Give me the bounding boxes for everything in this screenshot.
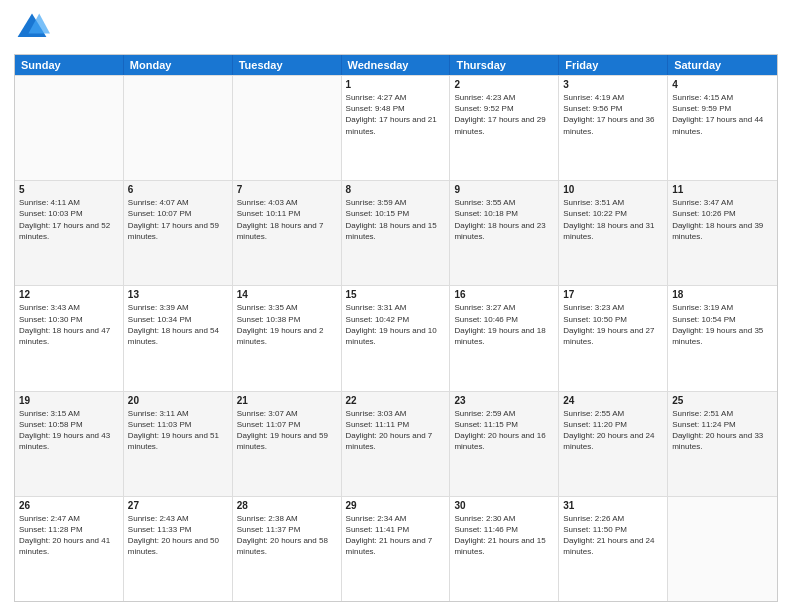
- day-info: Sunrise: 2:51 AM Sunset: 11:24 PM Daylig…: [672, 408, 773, 453]
- day-info: Sunrise: 4:27 AM Sunset: 9:48 PM Dayligh…: [346, 92, 446, 137]
- day-info: Sunrise: 3:51 AM Sunset: 10:22 PM Daylig…: [563, 197, 663, 242]
- logo: [14, 10, 54, 46]
- day-info: Sunrise: 3:03 AM Sunset: 11:11 PM Daylig…: [346, 408, 446, 453]
- header: [14, 10, 778, 46]
- day-info: Sunrise: 2:55 AM Sunset: 11:20 PM Daylig…: [563, 408, 663, 453]
- calendar-cell: 28Sunrise: 2:38 AM Sunset: 11:37 PM Dayl…: [233, 497, 342, 601]
- calendar-cell: 15Sunrise: 3:31 AM Sunset: 10:42 PM Dayl…: [342, 286, 451, 390]
- calendar-cell: 3Sunrise: 4:19 AM Sunset: 9:56 PM Daylig…: [559, 76, 668, 180]
- day-number: 18: [672, 289, 773, 300]
- calendar-header-wednesday: Wednesday: [342, 55, 451, 75]
- day-info: Sunrise: 3:47 AM Sunset: 10:26 PM Daylig…: [672, 197, 773, 242]
- day-info: Sunrise: 2:38 AM Sunset: 11:37 PM Daylig…: [237, 513, 337, 558]
- day-number: 1: [346, 79, 446, 90]
- calendar-cell: [124, 76, 233, 180]
- calendar-cell: 14Sunrise: 3:35 AM Sunset: 10:38 PM Dayl…: [233, 286, 342, 390]
- day-number: 5: [19, 184, 119, 195]
- day-number: 16: [454, 289, 554, 300]
- day-number: 29: [346, 500, 446, 511]
- day-number: 12: [19, 289, 119, 300]
- day-number: 4: [672, 79, 773, 90]
- calendar-week-2: 5Sunrise: 4:11 AM Sunset: 10:03 PM Dayli…: [15, 180, 777, 285]
- calendar-cell: 17Sunrise: 3:23 AM Sunset: 10:50 PM Dayl…: [559, 286, 668, 390]
- calendar-cell: 5Sunrise: 4:11 AM Sunset: 10:03 PM Dayli…: [15, 181, 124, 285]
- day-number: 30: [454, 500, 554, 511]
- day-info: Sunrise: 2:34 AM Sunset: 11:41 PM Daylig…: [346, 513, 446, 558]
- calendar-cell: 1Sunrise: 4:27 AM Sunset: 9:48 PM Daylig…: [342, 76, 451, 180]
- logo-icon: [14, 10, 50, 46]
- day-number: 23: [454, 395, 554, 406]
- day-number: 8: [346, 184, 446, 195]
- calendar-cell: 12Sunrise: 3:43 AM Sunset: 10:30 PM Dayl…: [15, 286, 124, 390]
- calendar-cell: 29Sunrise: 2:34 AM Sunset: 11:41 PM Dayl…: [342, 497, 451, 601]
- calendar-cell: 23Sunrise: 2:59 AM Sunset: 11:15 PM Dayl…: [450, 392, 559, 496]
- day-info: Sunrise: 3:39 AM Sunset: 10:34 PM Daylig…: [128, 302, 228, 347]
- day-info: Sunrise: 4:23 AM Sunset: 9:52 PM Dayligh…: [454, 92, 554, 137]
- calendar-week-5: 26Sunrise: 2:47 AM Sunset: 11:28 PM Dayl…: [15, 496, 777, 601]
- day-info: Sunrise: 3:11 AM Sunset: 11:03 PM Daylig…: [128, 408, 228, 453]
- day-info: Sunrise: 3:43 AM Sunset: 10:30 PM Daylig…: [19, 302, 119, 347]
- day-info: Sunrise: 3:59 AM Sunset: 10:15 PM Daylig…: [346, 197, 446, 242]
- calendar-cell: 18Sunrise: 3:19 AM Sunset: 10:54 PM Dayl…: [668, 286, 777, 390]
- calendar-cell: 7Sunrise: 4:03 AM Sunset: 10:11 PM Dayli…: [233, 181, 342, 285]
- day-info: Sunrise: 3:15 AM Sunset: 10:58 PM Daylig…: [19, 408, 119, 453]
- calendar-cell: [15, 76, 124, 180]
- calendar-cell: 20Sunrise: 3:11 AM Sunset: 11:03 PM Dayl…: [124, 392, 233, 496]
- calendar-header-tuesday: Tuesday: [233, 55, 342, 75]
- calendar-header-thursday: Thursday: [450, 55, 559, 75]
- calendar-cell: 24Sunrise: 2:55 AM Sunset: 11:20 PM Dayl…: [559, 392, 668, 496]
- day-info: Sunrise: 2:26 AM Sunset: 11:50 PM Daylig…: [563, 513, 663, 558]
- day-info: Sunrise: 4:15 AM Sunset: 9:59 PM Dayligh…: [672, 92, 773, 137]
- day-info: Sunrise: 2:47 AM Sunset: 11:28 PM Daylig…: [19, 513, 119, 558]
- calendar-cell: 26Sunrise: 2:47 AM Sunset: 11:28 PM Dayl…: [15, 497, 124, 601]
- calendar-cell: 22Sunrise: 3:03 AM Sunset: 11:11 PM Dayl…: [342, 392, 451, 496]
- day-number: 14: [237, 289, 337, 300]
- calendar-cell: 30Sunrise: 2:30 AM Sunset: 11:46 PM Dayl…: [450, 497, 559, 601]
- calendar-week-3: 12Sunrise: 3:43 AM Sunset: 10:30 PM Dayl…: [15, 285, 777, 390]
- day-number: 9: [454, 184, 554, 195]
- day-info: Sunrise: 4:11 AM Sunset: 10:03 PM Daylig…: [19, 197, 119, 242]
- page: SundayMondayTuesdayWednesdayThursdayFrid…: [0, 0, 792, 612]
- day-number: 10: [563, 184, 663, 195]
- day-info: Sunrise: 3:19 AM Sunset: 10:54 PM Daylig…: [672, 302, 773, 347]
- day-number: 26: [19, 500, 119, 511]
- calendar-cell: 6Sunrise: 4:07 AM Sunset: 10:07 PM Dayli…: [124, 181, 233, 285]
- day-info: Sunrise: 4:19 AM Sunset: 9:56 PM Dayligh…: [563, 92, 663, 137]
- calendar-cell: 11Sunrise: 3:47 AM Sunset: 10:26 PM Dayl…: [668, 181, 777, 285]
- day-info: Sunrise: 3:55 AM Sunset: 10:18 PM Daylig…: [454, 197, 554, 242]
- calendar-cell: 2Sunrise: 4:23 AM Sunset: 9:52 PM Daylig…: [450, 76, 559, 180]
- day-number: 2: [454, 79, 554, 90]
- calendar-cell: 25Sunrise: 2:51 AM Sunset: 11:24 PM Dayl…: [668, 392, 777, 496]
- calendar: SundayMondayTuesdayWednesdayThursdayFrid…: [14, 54, 778, 602]
- calendar-cell: 16Sunrise: 3:27 AM Sunset: 10:46 PM Dayl…: [450, 286, 559, 390]
- day-number: 28: [237, 500, 337, 511]
- day-number: 15: [346, 289, 446, 300]
- day-number: 3: [563, 79, 663, 90]
- day-info: Sunrise: 3:23 AM Sunset: 10:50 PM Daylig…: [563, 302, 663, 347]
- day-info: Sunrise: 2:59 AM Sunset: 11:15 PM Daylig…: [454, 408, 554, 453]
- day-info: Sunrise: 3:35 AM Sunset: 10:38 PM Daylig…: [237, 302, 337, 347]
- day-info: Sunrise: 3:31 AM Sunset: 10:42 PM Daylig…: [346, 302, 446, 347]
- day-number: 27: [128, 500, 228, 511]
- day-number: 13: [128, 289, 228, 300]
- day-info: Sunrise: 3:07 AM Sunset: 11:07 PM Daylig…: [237, 408, 337, 453]
- day-number: 21: [237, 395, 337, 406]
- day-info: Sunrise: 4:07 AM Sunset: 10:07 PM Daylig…: [128, 197, 228, 242]
- day-number: 7: [237, 184, 337, 195]
- calendar-week-1: 1Sunrise: 4:27 AM Sunset: 9:48 PM Daylig…: [15, 75, 777, 180]
- calendar-cell: 21Sunrise: 3:07 AM Sunset: 11:07 PM Dayl…: [233, 392, 342, 496]
- day-info: Sunrise: 4:03 AM Sunset: 10:11 PM Daylig…: [237, 197, 337, 242]
- calendar-cell: 27Sunrise: 2:43 AM Sunset: 11:33 PM Dayl…: [124, 497, 233, 601]
- calendar-body: 1Sunrise: 4:27 AM Sunset: 9:48 PM Daylig…: [15, 75, 777, 601]
- day-number: 24: [563, 395, 663, 406]
- day-number: 22: [346, 395, 446, 406]
- calendar-cell: 4Sunrise: 4:15 AM Sunset: 9:59 PM Daylig…: [668, 76, 777, 180]
- calendar-header-sunday: Sunday: [15, 55, 124, 75]
- day-number: 25: [672, 395, 773, 406]
- calendar-cell: 9Sunrise: 3:55 AM Sunset: 10:18 PM Dayli…: [450, 181, 559, 285]
- calendar-cell: 10Sunrise: 3:51 AM Sunset: 10:22 PM Dayl…: [559, 181, 668, 285]
- day-number: 31: [563, 500, 663, 511]
- day-number: 11: [672, 184, 773, 195]
- calendar-header-friday: Friday: [559, 55, 668, 75]
- calendar-header-monday: Monday: [124, 55, 233, 75]
